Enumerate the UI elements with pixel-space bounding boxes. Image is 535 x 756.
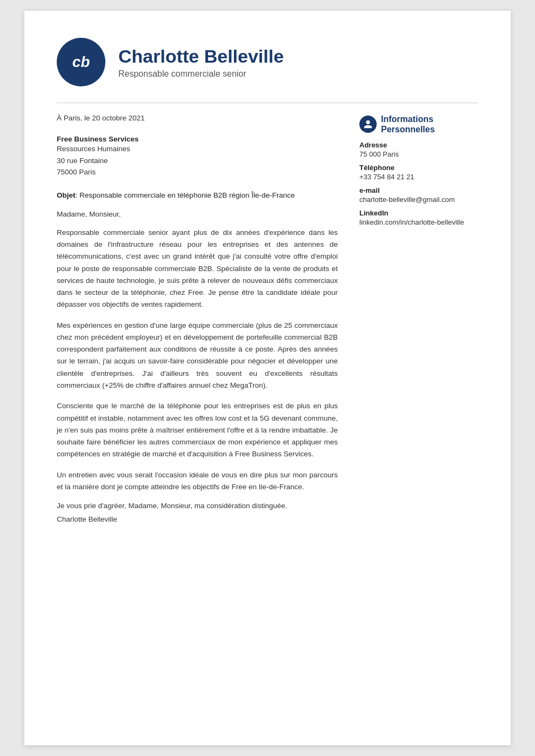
sidebar: Informations Personnelles Adresse 75 000… <box>359 114 478 523</box>
field-label-telephone: Téléphone <box>359 164 478 172</box>
field-value-adresse: 75 000 Paris <box>359 150 478 158</box>
sidebar-field-linkedin: LinkedIn linkedin.com/in/charlotte-belle… <box>359 209 478 226</box>
recipient-company: Free Business Services <box>57 135 338 143</box>
layout: À Paris, le 20 octobre 2021 Free Busines… <box>57 114 478 523</box>
paragraph-3: Consciente que le marché de la téléphoni… <box>57 400 338 460</box>
signature: Charlotte Belleville <box>57 515 338 523</box>
page: cb Charlotte Belleville Responsable comm… <box>24 11 511 745</box>
header-text: Charlotte Belleville Responsable commerc… <box>118 46 284 79</box>
paragraph-4: Un entretien avec vous serait l'occasion… <box>57 469 338 494</box>
candidate-title: Responsable commerciale senior <box>118 69 284 79</box>
candidate-name: Charlotte Belleville <box>118 46 284 67</box>
subject-line: Objet: Responsable commerciale en téléph… <box>57 191 338 199</box>
sidebar-field-email: e-mail charlotte-belleville@gmail.com <box>359 186 478 204</box>
sidebar-heading: Informations Personnelles <box>359 114 478 134</box>
letter-date: À Paris, le 20 octobre 2021 <box>57 114 338 122</box>
personal-info-section: Informations Personnelles Adresse 75 000… <box>359 114 478 226</box>
subject-label: Objet <box>57 191 76 199</box>
sidebar-field-telephone: Téléphone +33 754 84 21 21 <box>359 164 478 181</box>
field-value-linkedin: linkedin.com/in/charlotte-belleville <box>359 218 478 226</box>
paragraph-2: Mes expériences en gestion d'une large é… <box>57 320 338 392</box>
field-label-email: e-mail <box>359 186 478 194</box>
header-divider <box>57 103 478 103</box>
paragraph-1: Responsable commerciale senior ayant plu… <box>57 227 338 311</box>
field-label-linkedin: LinkedIn <box>359 209 478 217</box>
recipient-block: Free Business Services Ressources Humain… <box>57 135 338 178</box>
subject-text: : Responsable commerciale en téléphonie … <box>76 191 295 199</box>
field-value-email: charlotte-belleville@gmail.com <box>359 195 478 204</box>
recipient-street: 30 rue Fontaine <box>57 155 338 167</box>
main-content: À Paris, le 20 octobre 2021 Free Busines… <box>57 114 338 523</box>
field-value-telephone: +33 754 84 21 21 <box>359 173 478 181</box>
sidebar-field-adresse: Adresse 75 000 Paris <box>359 141 478 158</box>
sidebar-title-line1: Informations <box>381 114 433 124</box>
avatar: cb <box>57 38 105 86</box>
salutation: Madame, Monsieur, <box>57 210 338 218</box>
person-icon <box>359 116 377 133</box>
recipient-department: Ressources Humaines <box>57 143 338 155</box>
closing: Je vous prie d'agréer, Madame, Monsieur,… <box>57 502 338 510</box>
field-label-adresse: Adresse <box>359 141 478 149</box>
sidebar-section-title: Informations Personnelles <box>381 114 435 134</box>
header: cb Charlotte Belleville Responsable comm… <box>57 38 478 86</box>
avatar-initials: cb <box>72 53 90 71</box>
sidebar-title-line2: Personnelles <box>381 125 435 134</box>
person-svg <box>363 119 373 129</box>
recipient-city: 75000 Paris <box>57 166 338 178</box>
